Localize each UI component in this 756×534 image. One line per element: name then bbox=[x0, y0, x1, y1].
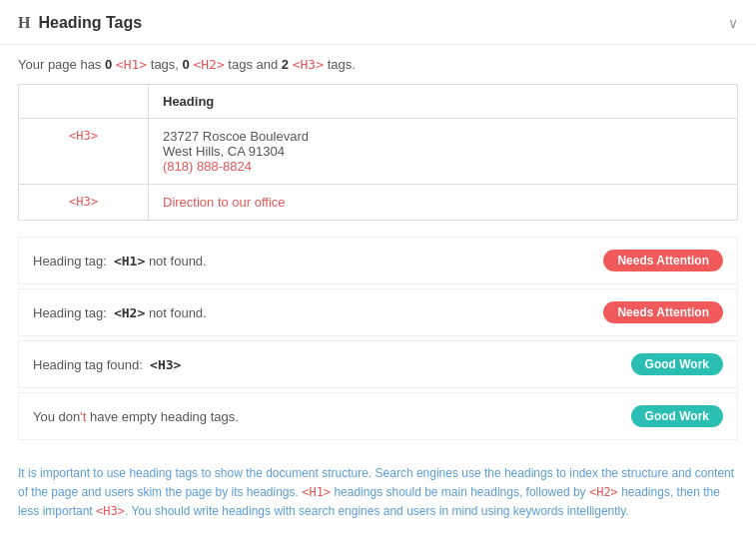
h1-tag-ref: <H1> bbox=[116, 57, 147, 72]
col-heading-header: Heading bbox=[149, 85, 738, 119]
dont-highlight: 't bbox=[80, 409, 86, 424]
h2-count: 0 bbox=[183, 57, 190, 72]
summary-prefix: Your page has bbox=[18, 57, 105, 72]
row1-line2: West Hills, CA 91304 bbox=[163, 144, 723, 159]
h1-count: 0 bbox=[105, 57, 112, 72]
checks-wrapper: Heading tag: <H1> not found. Needs Atten… bbox=[0, 237, 756, 440]
table-row: <H3> 23727 Roscoe Boulevard West Hills, … bbox=[19, 119, 738, 185]
footer-text: It is important to use heading tags to s… bbox=[0, 454, 756, 534]
check-row-h2: Heading tag: <H2> not found. Needs Atten… bbox=[18, 288, 738, 336]
table-row: <H3> Direction to our office bbox=[19, 185, 738, 221]
summary-suffix: tags. bbox=[324, 57, 356, 72]
row1-line1: 23727 Roscoe Boulevard bbox=[163, 129, 723, 144]
row1-tag: <H3> bbox=[19, 119, 149, 185]
check-h1-tag: <H1> bbox=[114, 254, 145, 268]
section-title: H Heading Tags bbox=[18, 14, 142, 32]
h3-tag-ref: <H3> bbox=[293, 57, 324, 72]
row1-phone[interactable]: (818) 888-8824 bbox=[163, 159, 252, 174]
headings-table-wrapper: Heading <H3> 23727 Roscoe Boulevard West… bbox=[0, 84, 756, 221]
check-h2-tag: <H2> bbox=[114, 305, 145, 320]
check-h2-badge: Needs Attention bbox=[603, 301, 723, 323]
headings-table: Heading <H3> 23727 Roscoe Boulevard West… bbox=[18, 84, 738, 221]
row1-content: 23727 Roscoe Boulevard West Hills, CA 91… bbox=[149, 119, 738, 185]
summary-mid1: tags, bbox=[147, 57, 182, 72]
check-h3-tag: <H3> bbox=[150, 357, 181, 372]
row2-tag: <H3> bbox=[19, 185, 149, 221]
check-h1-text: Heading tag: <H1> not found. bbox=[33, 254, 207, 268]
chevron-down-icon[interactable]: ∨ bbox=[728, 15, 738, 31]
check-row-empty: You don't have empty heading tags. Good … bbox=[18, 392, 738, 440]
h-heading-icon: H bbox=[18, 14, 30, 32]
check-h2-text: Heading tag: <H2> not found. bbox=[33, 305, 207, 320]
section-title-text: Heading Tags bbox=[38, 14, 142, 32]
check-row-h3: Heading tag found: <H3> Good Work bbox=[18, 340, 738, 388]
check-h3-badge: Good Work bbox=[631, 353, 723, 375]
h3-count: 2 bbox=[282, 57, 289, 72]
row2-content: Direction to our office bbox=[149, 185, 738, 221]
row2-link[interactable]: Direction to our office bbox=[163, 195, 286, 210]
h2-tag-ref: <H2> bbox=[193, 57, 224, 72]
col-tag-header bbox=[19, 85, 149, 119]
summary-mid2: tags and bbox=[225, 57, 282, 72]
footer-h3-ref: <H3> bbox=[96, 504, 125, 518]
check-h3-text: Heading tag found: <H3> bbox=[33, 357, 181, 372]
summary-text: Your page has 0 <H1> tags, 0 <H2> tags a… bbox=[0, 45, 756, 84]
heading-tags-section: H Heading Tags ∨ Your page has 0 <H1> ta… bbox=[0, 0, 756, 534]
check-empty-text: You don't have empty heading tags. bbox=[33, 409, 239, 424]
footer-h1-ref: <H1> bbox=[302, 485, 331, 499]
check-empty-badge: Good Work bbox=[631, 405, 723, 427]
check-h1-badge: Needs Attention bbox=[603, 250, 723, 271]
section-header: H Heading Tags ∨ bbox=[0, 0, 756, 45]
check-row-h1: Heading tag: <H1> not found. Needs Atten… bbox=[18, 237, 738, 284]
footer-h2-ref: <H2> bbox=[589, 485, 618, 499]
